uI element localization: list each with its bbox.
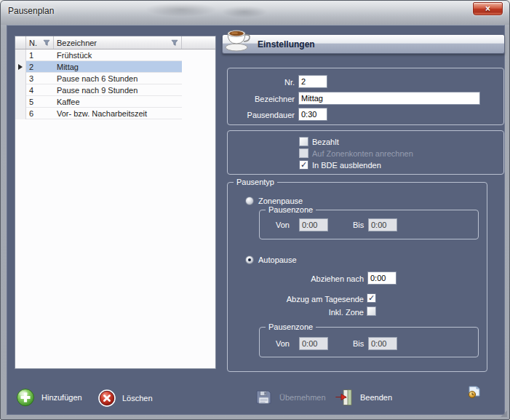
table-header-filler: [182, 36, 215, 49]
abzug-tagesende-checkbox[interactable]: ✓: [367, 293, 376, 303]
row-selector: [15, 49, 26, 61]
history-icon[interactable]: [467, 384, 482, 400]
zonenpause-label: Zonenpause: [258, 197, 303, 205]
close-icon: ×: [485, 4, 490, 13]
save-icon: [255, 388, 273, 406]
abzug-tagesende-label: Abzug am Tagesende: [228, 295, 364, 304]
cell-n: 3: [26, 73, 54, 84]
column-header-bezeichner-label: Bezeichner: [57, 39, 97, 47]
delete-icon: [98, 389, 116, 407]
von-input: [299, 218, 328, 231]
bezahlt-checkbox[interactable]: ✓: [299, 137, 308, 146]
cell-n: 6: [26, 108, 54, 119]
column-header-bezeichner[interactable]: Bezeichner: [54, 36, 182, 49]
table-row[interactable]: 4 Pause nach 9 Stunden: [15, 84, 215, 96]
current-row-arrow: [18, 64, 23, 70]
window-title: Pausenplan: [8, 6, 54, 16]
pausenplan-window: Pausenplan × N. Bezeichner: [0, 0, 510, 420]
table-row[interactable]: 5 Kaffee: [15, 96, 215, 108]
row-selector: [15, 84, 26, 96]
inkl-zone-checkbox[interactable]: ✓: [367, 306, 376, 316]
table-row[interactable]: 6 Vor- bzw. Nacharbeitszeit: [15, 108, 215, 119]
loeschen-label: Löschen: [122, 394, 153, 403]
bis-label: Bis: [353, 339, 364, 348]
hinzufuegen-button[interactable]: Hinzufügen: [16, 388, 82, 407]
pausenzone-legend: Pausenzone: [266, 205, 316, 215]
breaks-table: N. Bezeichner 1 Frühstück: [15, 36, 216, 369]
pausendauer-input[interactable]: [298, 108, 327, 121]
zonenkonten-checkbox: ✓: [299, 148, 308, 158]
uebernehmen-label: Übernehmen: [279, 393, 326, 402]
nr-label: Nr.: [228, 78, 295, 87]
autopause-radio[interactable]: [245, 255, 254, 264]
add-icon: [16, 388, 35, 407]
bis-input: [368, 218, 397, 231]
cell-bezeichner: Kaffee: [54, 96, 182, 108]
abziehen-nach-label: Abziehen nach: [271, 274, 364, 283]
row-selector: [15, 108, 26, 119]
beenden-label: Beenden: [360, 393, 392, 402]
filter-icon[interactable]: [171, 39, 178, 47]
beenden-button[interactable]: Beenden: [335, 388, 392, 407]
resize-grip[interactable]: [501, 411, 507, 417]
pausendauer-label: Pausendauer: [228, 111, 295, 119]
pausentyp-legend: Pausentyp: [234, 178, 277, 187]
zonenpause-radio[interactable]: [245, 197, 254, 205]
check-icon: ✓: [300, 160, 307, 170]
cell-n: 2: [26, 61, 54, 73]
pausenzone-group-1: Pausenzone Von Bis: [259, 210, 479, 239]
bezeichner-input[interactable]: [298, 92, 480, 105]
bde-checkbox[interactable]: ✓: [299, 160, 308, 170]
nr-input[interactable]: [298, 75, 327, 88]
von-label: Von: [276, 221, 290, 229]
pausentyp-group: Pausentyp Zonenpause Pausenzone Von Bis …: [227, 182, 487, 372]
cell-bezeichner: Vor- bzw. Nacharbeitszeit: [54, 108, 182, 119]
bezeichner-label: Bezeichner: [228, 95, 295, 103]
hinzufuegen-label: Hinzufügen: [41, 393, 82, 402]
cell-n: 4: [26, 84, 54, 96]
settings-header-label: Einstellungen: [258, 39, 315, 49]
title-bar[interactable]: Pausenplan ×: [1, 1, 509, 25]
row-selector: [15, 96, 26, 108]
row-selector: [15, 61, 26, 73]
von-label: Von: [276, 339, 290, 348]
autopause-label: Autopause: [258, 255, 297, 264]
column-header-n[interactable]: N.: [26, 36, 54, 49]
loeschen-button[interactable]: Löschen: [98, 389, 153, 407]
check-icon: ✓: [368, 293, 375, 303]
options-group: ✓ Bezahlt ✓ Auf Zonenkonten anrechnen ✓ …: [227, 130, 504, 175]
cell-bezeichner: Frühstück: [54, 49, 182, 61]
bis-input: [368, 337, 397, 350]
inkl-zone-label: Inkl. Zone: [228, 308, 364, 317]
column-header-n-label: N.: [29, 39, 37, 47]
cell-bezeichner: Pause nach 6 Stunden: [54, 73, 182, 84]
bezahlt-label: Bezahlt: [312, 138, 339, 146]
exit-icon: [335, 388, 354, 407]
zonenkonten-label: Auf Zonenkonten anrechnen: [312, 149, 413, 158]
pausenzone-legend: Pausenzone: [266, 322, 316, 332]
table-row[interactable]: 1 Frühstück: [15, 49, 215, 61]
row-selector: [15, 73, 26, 84]
row-selector-header: [15, 36, 26, 49]
von-input: [299, 337, 328, 350]
dialog-client-area: N. Bezeichner 1 Frühstück: [7, 25, 505, 415]
bde-label: In BDE ausblenden: [312, 161, 381, 170]
table-row[interactable]: 2 Mittag: [15, 61, 215, 73]
uebernehmen-button: Übernehmen: [255, 388, 326, 406]
cell-bezeichner: Pause nach 9 Stunden: [54, 84, 182, 96]
pausenzone-group-2: Pausenzone Von Bis: [259, 327, 479, 357]
settings-header: Einstellungen: [222, 34, 505, 54]
table-header: N. Bezeichner: [15, 36, 215, 49]
close-button[interactable]: ×: [473, 2, 503, 15]
table-row[interactable]: 3 Pause nach 6 Stunden: [15, 73, 215, 84]
bis-label: Bis: [353, 221, 364, 229]
abziehen-nach-input[interactable]: [367, 272, 397, 285]
filter-icon[interactable]: [43, 39, 50, 47]
coffee-cup-icon: [223, 26, 253, 52]
fields-group: Nr. Bezeichner Pausendauer: [227, 68, 504, 125]
cell-n: 1: [26, 49, 54, 61]
cell-n: 5: [26, 96, 54, 108]
cell-bezeichner: Mittag: [54, 61, 182, 73]
